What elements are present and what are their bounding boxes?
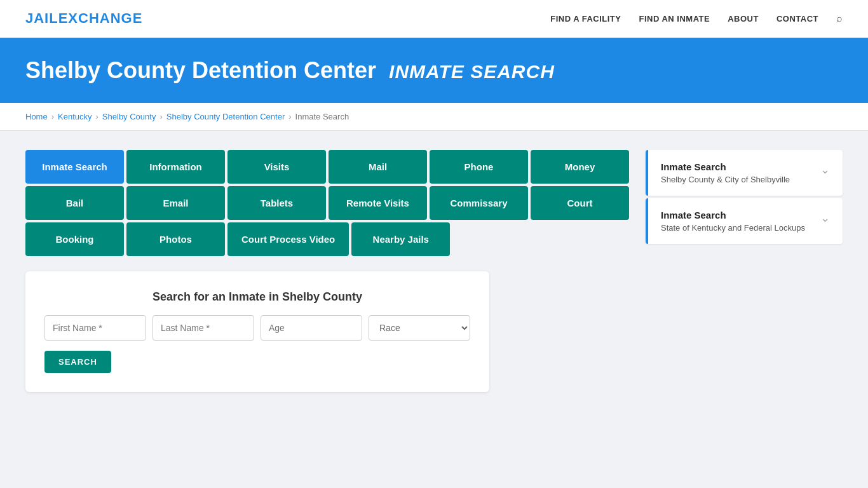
sidebar-item-kentucky-title: Inmate Search xyxy=(661,210,805,220)
breadcrumb-sep-2: › xyxy=(96,112,98,121)
breadcrumb: Home › Kentucky › Shelby County › Shelby… xyxy=(0,103,868,131)
hero-section: Shelby County Detention Center INMATE SE… xyxy=(0,38,868,103)
sidebar-item-kentucky-subtitle: State of Kentucky and Federal Lockups xyxy=(661,223,805,233)
tab-court-process-video[interactable]: Court Process Video xyxy=(227,222,349,256)
tab-nearby-jails[interactable]: Nearby Jails xyxy=(351,222,450,256)
race-select[interactable]: Race White Black Hispanic Asian Other xyxy=(369,315,470,341)
tab-commissary[interactable]: Commissary xyxy=(430,186,528,220)
sidebar-item-shelby-title: Inmate Search xyxy=(661,161,790,172)
tab-money[interactable]: Money xyxy=(531,150,629,184)
site-header: JAILEXCHANGE FIND A FACILITY FIND AN INM… xyxy=(0,0,868,38)
breadcrumb-home[interactable]: Home xyxy=(25,112,48,121)
sidebar-item-shelby-subtitle: Shelby County & City of Shelbyville xyxy=(661,175,790,184)
tabs-grid: Inmate Search Information Visits Mail Ph… xyxy=(25,150,630,256)
tab-information[interactable]: Information xyxy=(126,150,225,184)
right-sidebar: Inmate Search Shelby County & City of Sh… xyxy=(646,150,843,392)
search-button[interactable]: SEARCH xyxy=(44,351,111,373)
tab-remote-visits[interactable]: Remote Visits xyxy=(329,186,427,220)
hero-title: Shelby County Detention Center xyxy=(25,57,376,83)
last-name-input[interactable] xyxy=(153,315,254,341)
tab-court[interactable]: Court xyxy=(531,186,629,220)
tab-email[interactable]: Email xyxy=(126,186,225,220)
nav-contact[interactable]: CONTACT xyxy=(776,14,818,24)
chevron-down-icon: ⌄ xyxy=(820,163,830,177)
age-input[interactable] xyxy=(261,315,362,341)
left-panel: Inmate Search Information Visits Mail Ph… xyxy=(25,150,630,392)
tab-tablets[interactable]: Tablets xyxy=(227,186,326,220)
breadcrumb-kentucky[interactable]: Kentucky xyxy=(58,112,92,121)
site-logo[interactable]: JAILEXCHANGE xyxy=(25,10,142,27)
search-fields: Race White Black Hispanic Asian Other xyxy=(44,315,470,341)
logo-part2: EXCHANGE xyxy=(58,10,143,26)
main-nav: FIND A FACILITY FIND AN INMATE ABOUT CON… xyxy=(550,13,843,24)
first-name-input[interactable] xyxy=(44,315,146,341)
breadcrumb-shelby-detention[interactable]: Shelby County Detention Center xyxy=(166,112,285,121)
nav-find-inmate[interactable]: FIND AN INMATE xyxy=(639,14,710,24)
page-title: Shelby County Detention Center INMATE SE… xyxy=(25,57,843,84)
search-title: Search for an Inmate in Shelby County xyxy=(44,290,470,304)
breadcrumb-sep-3: › xyxy=(159,112,162,121)
tab-visits[interactable]: Visits xyxy=(227,150,326,184)
tab-inmate-search[interactable]: Inmate Search xyxy=(25,150,124,184)
tab-booking[interactable]: Booking xyxy=(25,222,124,256)
sidebar-item-shelby-county[interactable]: Inmate Search Shelby County & City of Sh… xyxy=(646,150,843,196)
breadcrumb-sep-4: › xyxy=(288,112,291,121)
breadcrumb-sep-1: › xyxy=(51,112,54,121)
tab-photos[interactable]: Photos xyxy=(126,222,225,256)
search-icon[interactable]: ⌕ xyxy=(836,13,843,24)
sidebar-item-kentucky-federal[interactable]: Inmate Search State of Kentucky and Fede… xyxy=(646,198,843,244)
logo-part1: JAIL xyxy=(25,10,58,26)
sidebar-item-shelby-content: Inmate Search Shelby County & City of Sh… xyxy=(661,161,790,184)
hero-subtitle: INMATE SEARCH xyxy=(389,61,555,82)
sidebar-item-kentucky-content: Inmate Search State of Kentucky and Fede… xyxy=(661,210,805,233)
inmate-search-box: Search for an Inmate in Shelby County Ra… xyxy=(25,271,489,392)
chevron-down-icon-2: ⌄ xyxy=(820,211,830,225)
breadcrumb-current: Inmate Search xyxy=(295,112,349,121)
nav-about[interactable]: ABOUT xyxy=(728,14,759,24)
main-content: Inmate Search Information Visits Mail Ph… xyxy=(0,131,868,411)
nav-find-facility[interactable]: FIND A FACILITY xyxy=(550,14,621,24)
tab-bail[interactable]: Bail xyxy=(25,186,124,220)
tab-phone[interactable]: Phone xyxy=(430,150,528,184)
tab-mail[interactable]: Mail xyxy=(329,150,427,184)
breadcrumb-shelby-county[interactable]: Shelby County xyxy=(102,112,156,121)
